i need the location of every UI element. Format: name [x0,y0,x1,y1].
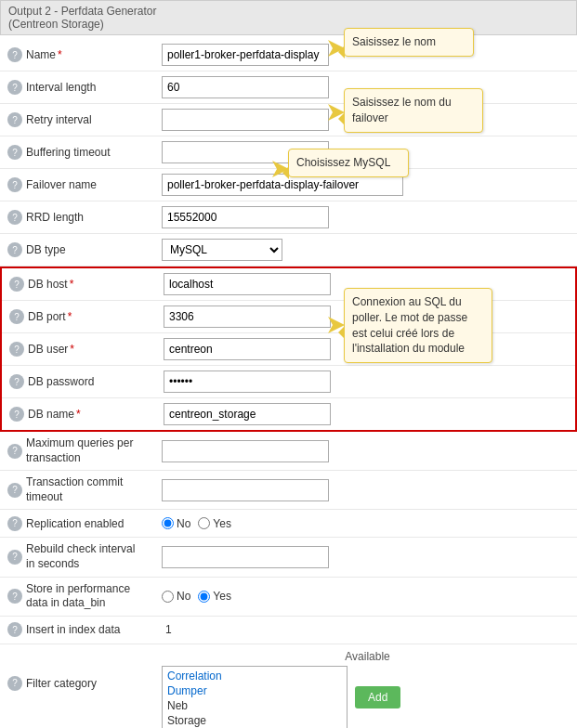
dbuser-help-icon[interactable]: ? [9,342,24,357]
rrd-help-icon[interactable]: ? [7,210,22,225]
maxqueries-input-col [158,438,577,464]
buffering-help-icon[interactable]: ? [7,145,22,160]
dbport-input[interactable] [164,306,331,328]
filter-listbox[interactable]: Correlation Dumper Neb Storage [162,666,348,728]
replication-input-col: No Yes [158,515,577,532]
name-input[interactable] [162,44,329,66]
dbport-label-col: ? DB port * [2,307,160,326]
dbtype-label: DB type [26,243,66,256]
rebuild-input-col [158,544,577,570]
replication-no-label: No [162,517,190,530]
list-item-correlation[interactable]: Correlation [164,669,345,683]
dbport-required: * [68,310,72,323]
section-subtitle: (Centreon Storage) [8,18,104,31]
transcommit-help-icon[interactable]: ? [7,483,22,498]
insertindex-label: Insert in index data [26,623,120,636]
storeperf-yes-radio[interactable] [198,591,210,603]
transcommit-label: Transaction committimeout [26,475,123,504]
storeperf-row: ? Store in performancedata in data_bin N… [0,578,577,617]
rebuild-label: Rebuild check intervalin seconds [26,542,135,571]
svg-marker-1 [328,104,345,121]
filter-help-icon[interactable]: ? [7,676,22,691]
transcommit-input[interactable] [162,479,329,501]
callout-sql: Connexion au SQL du poller. Le mot de pa… [344,288,492,363]
retry-help-icon[interactable]: ? [7,112,22,127]
dbuser-label: DB user [28,343,68,356]
filter-row: ? Filter category Available Correlation … [0,644,577,728]
callout-mysql: Choisissez MySQL [288,149,409,177]
insertindex-row: ? Insert in index data 1 [0,617,577,644]
dbname-required: * [76,408,81,421]
callout-name: Saisissez le nom [344,28,474,57]
replication-radio-group: No Yes [162,517,573,530]
buffering-label: Buffering timeout [26,146,111,159]
available-label: Available [162,650,573,663]
section-title: Output 2 - Perfdata Generator [8,5,156,18]
maxqueries-input[interactable] [162,440,329,462]
name-label-col: ? Name * [0,46,158,64]
maxqueries-label-col: ? Maximum queries pertransaction [0,435,158,467]
storeperf-radio-group: No Yes [162,590,573,603]
insertindex-help-icon[interactable]: ? [7,622,22,637]
retry-input[interactable] [162,109,329,131]
list-item-neb[interactable]: Neb [164,698,345,713]
name-row: ? Name * [0,39,577,72]
replication-no-radio[interactable] [162,517,174,529]
dbpassword-help-icon[interactable]: ? [9,374,24,389]
dbname-input[interactable] [164,403,331,425]
interval-input[interactable] [162,76,329,98]
replication-label: Replication enabled [26,517,124,530]
dbpassword-input-col [160,369,575,395]
storeperf-input-col: No Yes [158,588,577,604]
rrd-row: ? RRD length [0,202,577,234]
dbport-help-icon[interactable]: ? [9,309,24,324]
dbhost-help-icon[interactable]: ? [9,277,24,292]
dbuser-input[interactable] [164,338,331,360]
callout-sql-text: Connexion au SQL du poller. Le mot de pa… [352,295,467,355]
dbtype-select[interactable]: MySQL PostgreSQL [162,239,282,261]
transcommit-label-col: ? Transaction committimeout [0,474,158,506]
transcommit-row: ? Transaction committimeout [0,471,577,510]
section-header: Output 2 - Perfdata Generator (Centreon … [0,0,577,35]
dbhost-input[interactable] [164,273,331,295]
replication-yes-radio[interactable] [198,517,210,529]
name-help-icon[interactable]: ? [7,47,22,62]
dbpassword-input[interactable] [164,370,331,393]
dbtype-help-icon[interactable]: ? [7,242,22,257]
rebuild-help-icon[interactable]: ? [7,550,22,565]
dbtype-input-col: MySQL PostgreSQL [158,237,577,263]
maxqueries-row: ? Maximum queries pertransaction [0,432,577,471]
dbname-help-icon[interactable]: ? [9,407,24,422]
insertindex-value-col: 1 [158,621,577,638]
interval-help-icon[interactable]: ? [7,80,22,95]
rebuild-label-col: ? Rebuild check intervalin seconds [0,540,158,573]
insertindex-value: 1 [162,621,176,638]
failover-help-icon[interactable]: ? [7,177,22,192]
name-label: Name [26,48,56,61]
list-item-dumper[interactable]: Dumper [164,683,345,698]
add-button[interactable]: Add [355,686,400,708]
callout-name-text: Saisissez le nom [352,35,436,48]
storeperf-help-icon[interactable]: ? [7,589,22,604]
dbport-label: DB port [28,310,66,323]
failover-label: Failover name [26,178,97,191]
filter-content: Available Correlation Dumper Neb Storage… [158,648,577,728]
storeperf-label-col: ? Store in performancedata in data_bin [0,580,158,613]
dbtype-label-col: ? DB type [0,240,158,259]
list-item-storage[interactable]: Storage [164,713,345,728]
callout-failover-text: Saisissez le nom du failover [352,96,452,124]
dbhost-label: DB host [28,278,68,291]
rrd-input[interactable] [162,206,329,228]
maxqueries-help-icon[interactable]: ? [7,444,22,459]
dbname-label-col: ? DB name * [2,405,160,423]
rebuild-input[interactable] [162,546,329,568]
insertindex-label-col: ? Insert in index data [0,620,158,639]
replication-label-col: ? Replication enabled [0,514,158,533]
replication-help-icon[interactable]: ? [7,516,22,531]
callout-failover: Saisissez le nom du failover [344,88,483,133]
interval-row: ? Interval length [0,72,577,104]
interval-label: Interval length [26,81,96,94]
dbname-label: DB name [28,408,74,421]
storeperf-no-radio[interactable] [162,591,174,603]
form-container: ? Name * ? Interval length ? Retry inter… [0,35,577,728]
